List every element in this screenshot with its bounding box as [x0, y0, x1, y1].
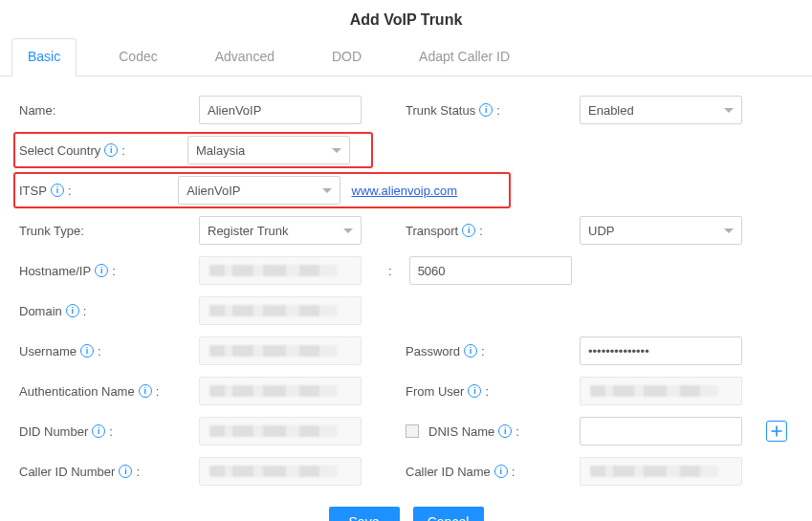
info-icon[interactable]	[468, 384, 481, 398]
itsp-value: AlienVoIP	[187, 184, 240, 198]
select-country-value: Malaysia	[196, 143, 245, 158]
trunk-status-value: Enabled	[588, 103, 634, 118]
trunk-type-select[interactable]: Register Trunk	[199, 216, 362, 245]
transport-value: UDP	[588, 224, 614, 238]
info-icon[interactable]	[464, 344, 477, 358]
colon: :	[121, 143, 125, 158]
hostname-label: Hostname/IP	[19, 264, 91, 278]
did-number-label: DID Number	[19, 424, 88, 439]
colon: :	[479, 224, 483, 238]
dnis-name-input[interactable]	[580, 417, 742, 445]
colon: :	[98, 344, 101, 358]
colon: :	[109, 424, 113, 439]
caller-id-number-input[interactable]	[199, 457, 362, 486]
tab-bar: Basic Codec Advanced DOD Adapt Caller ID	[0, 38, 812, 76]
did-number-input[interactable]	[199, 417, 362, 445]
name-label: Name:	[19, 103, 187, 118]
add-did-button[interactable]	[766, 421, 787, 442]
hostname-input[interactable]	[199, 256, 362, 285]
domain-label: Domain	[19, 304, 62, 318]
colon: :	[516, 424, 519, 439]
name-input[interactable]	[199, 96, 362, 124]
info-icon[interactable]	[104, 143, 118, 157]
password-label: Password	[406, 344, 460, 358]
colon: :	[485, 384, 489, 399]
cancel-button[interactable]: Cancel	[413, 507, 484, 521]
tab-advanced[interactable]: Advanced	[200, 39, 290, 76]
port-input[interactable]	[409, 256, 572, 285]
dialog-title: Add VoIP Trunk	[0, 11, 812, 29]
colon: :	[481, 344, 485, 358]
host-port-separator: :	[388, 264, 392, 278]
highlight-select-country: Select Country : Malaysia	[13, 132, 373, 168]
tab-dod[interactable]: DOD	[317, 39, 377, 76]
trunk-type-value: Register Trunk	[208, 224, 289, 238]
form-body: Name: Trunk Status : Enabled	[0, 76, 812, 497]
itsp-label: ITSP	[19, 184, 47, 198]
auth-name-input[interactable]	[199, 377, 362, 405]
from-user-input[interactable]	[580, 377, 742, 405]
from-user-label: From User	[406, 384, 464, 399]
tab-adapt-caller-id[interactable]: Adapt Caller ID	[404, 39, 525, 76]
trunk-status-select[interactable]: Enabled	[580, 96, 742, 124]
username-label: Username	[19, 344, 77, 358]
highlight-itsp: ITSP : AlienVoIP www.alienvoip.com	[13, 172, 511, 208]
info-icon[interactable]	[66, 304, 79, 317]
chevron-down-icon	[343, 228, 353, 233]
chevron-down-icon	[724, 228, 734, 233]
info-icon[interactable]	[95, 264, 108, 277]
caller-id-number-label: Caller ID Number	[19, 465, 115, 479]
chevron-down-icon	[332, 148, 341, 153]
colon: :	[68, 184, 72, 198]
info-icon[interactable]	[51, 184, 64, 197]
colon: :	[136, 465, 140, 479]
auth-name-label: Authentication Name	[19, 384, 135, 399]
info-icon[interactable]	[462, 224, 475, 237]
trunk-status-label: Trunk Status	[406, 103, 475, 118]
plus-icon	[771, 425, 782, 437]
info-icon[interactable]	[498, 424, 512, 438]
colon: :	[496, 103, 500, 118]
info-icon[interactable]	[494, 465, 508, 478]
info-icon[interactable]	[479, 103, 493, 117]
info-icon[interactable]	[80, 344, 94, 358]
colon: :	[83, 304, 87, 318]
colon: :	[112, 264, 116, 278]
trunk-type-label: Trunk Type:	[19, 224, 187, 238]
chevron-down-icon	[724, 108, 734, 113]
info-icon[interactable]	[92, 424, 105, 438]
save-button[interactable]: Save	[329, 507, 400, 521]
caller-id-name-label: Caller ID Name	[406, 465, 491, 479]
dialog-footer: Save Cancel	[0, 497, 812, 521]
info-icon[interactable]	[119, 465, 132, 478]
transport-label: Transport	[406, 224, 458, 238]
select-country-select[interactable]: Malaysia	[187, 136, 350, 164]
itsp-link[interactable]: www.alienvoip.com	[352, 184, 458, 198]
tab-basic[interactable]: Basic	[11, 38, 77, 76]
transport-select[interactable]: UDP	[580, 216, 742, 245]
password-input[interactable]	[580, 336, 742, 365]
caller-id-name-input[interactable]	[580, 457, 742, 486]
select-country-label: Select Country	[19, 143, 100, 158]
dnis-name-label: DNIS Name	[428, 424, 494, 439]
info-icon[interactable]	[139, 384, 152, 398]
tab-codec[interactable]: Codec	[103, 39, 172, 76]
domain-input[interactable]	[199, 296, 362, 325]
username-input[interactable]	[199, 336, 362, 365]
colon: :	[156, 384, 160, 399]
colon: :	[512, 465, 516, 479]
dnis-name-checkbox[interactable]	[406, 424, 419, 438]
itsp-select[interactable]: AlienVoIP	[178, 176, 340, 205]
chevron-down-icon	[322, 188, 332, 193]
